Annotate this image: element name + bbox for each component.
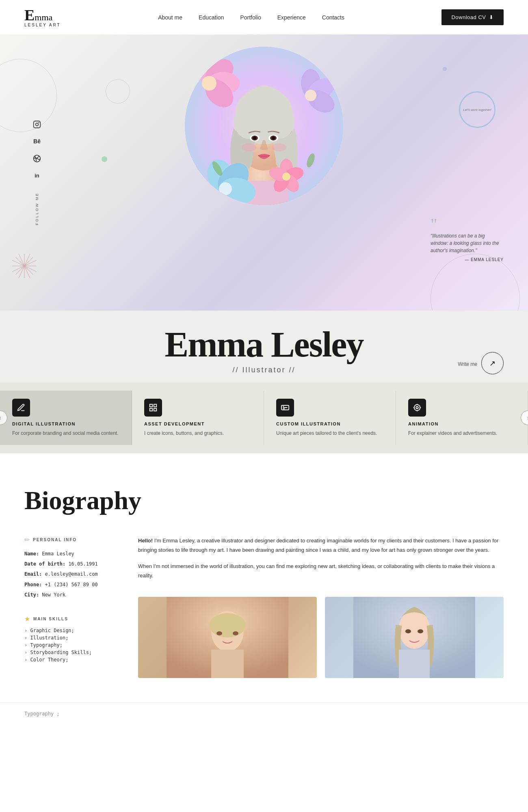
svg-point-15 (253, 136, 256, 140)
info-city: City: New York (24, 591, 114, 599)
service-desc-0: For corporate branding and social media … (12, 430, 119, 437)
info-phone: Phone: +1 (234) 567 89 00 (24, 581, 114, 589)
deco-circle-3 (106, 79, 130, 104)
nav-about[interactable]: About me (158, 14, 182, 21)
info-email: Email: e.lesley@email.com (24, 570, 114, 578)
hero-name: Emma Lesley (24, 327, 504, 363)
pencil-icon: ✏ (24, 536, 30, 544)
service-card-1: ASSET DEVELOPMENT I create icons, button… (132, 391, 264, 445)
download-icon: ⬇ (489, 14, 494, 20)
svg-point-19 (242, 143, 256, 151)
service-icon-2 (276, 399, 294, 417)
bio-paragraph-2: When I'm not immersed in the world of il… (138, 561, 504, 581)
deco-circle-1 (0, 59, 57, 132)
main-skills-section: ★ MAIN SKILLS Graphic Design; Illustrati… (24, 615, 114, 663)
skill-4: Color Theory; (24, 657, 114, 663)
service-title-0: DIGITAL ILLUSTRATION (12, 421, 119, 426)
bio-images-row (138, 597, 504, 678)
svg-rect-50 (154, 404, 156, 407)
skills-header: ★ MAIN SKILLS (24, 615, 114, 623)
follow-me-label: FOLLOW ME (35, 192, 39, 225)
svg-point-66 (418, 629, 423, 633)
hero-title: // Illustrator // (24, 366, 504, 382)
nav-links: About me Education Portfolio Experience … (158, 14, 344, 21)
hero-section: Bē in FOLLOW ME Let's work together! " "… (0, 35, 528, 311)
service-card-2: CUSTOM ILLUSTRATION Unique art pieces ta… (264, 391, 396, 445)
download-cv-button[interactable]: Download CV ⬇ (441, 9, 504, 25)
svg-point-55 (416, 406, 418, 409)
dribbble-icon[interactable] (32, 154, 41, 163)
biography-heading: Biography (24, 486, 504, 516)
logo[interactable]: E mma LESLEY ART (24, 7, 61, 27)
bio-paragraph-1: Hello! I'm Emma Lesley, a creative illus… (138, 536, 504, 555)
svg-point-39 (282, 173, 290, 181)
service-desc-3: For explainer videos and advertisements. (408, 430, 515, 437)
svg-point-61 (233, 631, 238, 635)
svg-rect-49 (150, 404, 152, 407)
starburst-deco (12, 254, 37, 278)
bio-image-2 (325, 597, 504, 678)
svg-point-63 (399, 610, 430, 649)
svg-rect-59 (211, 650, 244, 678)
services-strip: ‹ DIGITAL ILLUSTRATION For corporate bra… (0, 382, 528, 453)
deco-dot-2 (443, 67, 447, 71)
skill-2: Typography; (24, 642, 114, 648)
svg-rect-52 (154, 408, 156, 411)
bio-left-column: ✏ PERSONAL INFO Name: Emma Lesley Date o… (24, 536, 114, 678)
logo-letter: E (24, 7, 35, 23)
service-icon-0 (12, 399, 30, 417)
service-card-3: ANIMATION For explainer videos and adver… (396, 391, 528, 445)
skills-label: MAIN SKILLS (33, 617, 68, 621)
behance-icon[interactable]: Bē (32, 137, 41, 146)
bio-layout: ✏ PERSONAL INFO Name: Emma Lesley Date o… (24, 536, 504, 678)
deco-circle-2 (431, 254, 520, 311)
logo-sub: LESLEY ART (24, 23, 61, 27)
quote-mark: " (431, 216, 504, 232)
svg-point-20 (272, 143, 286, 151)
deco-dot-1 (102, 156, 107, 162)
nav-portfolio[interactable]: Portfolio (240, 14, 261, 21)
svg-point-18 (272, 136, 275, 140)
nav-contacts[interactable]: Contacts (322, 14, 344, 21)
quote-text: "Illustrations can be a big window: a lo… (431, 232, 504, 254)
service-icon-3 (408, 399, 426, 417)
svg-point-54 (414, 405, 420, 411)
quote-author: — EMMA LESLEY (431, 257, 504, 262)
info-name: Name: Emma Lesley (24, 550, 114, 558)
personal-info-label: PERSONAL INFO (33, 538, 77, 542)
write-me-label: Write me (458, 361, 477, 367)
nav-experience[interactable]: Experience (277, 14, 306, 21)
lets-work-text: Let's work together! (463, 108, 491, 112)
svg-rect-64 (399, 650, 430, 678)
nav-education[interactable]: Education (199, 14, 224, 21)
service-icon-1 (144, 399, 162, 417)
service-desc-2: Unique art pieces tailored to the client… (276, 430, 383, 437)
bio-right-column: Hello! I'm Emma Lesley, a creative illus… (138, 536, 504, 678)
bio-image-1 (138, 597, 317, 678)
lets-work-circle[interactable]: Let's work together! (459, 91, 496, 128)
svg-rect-45 (34, 121, 41, 128)
linkedin-icon[interactable]: in (32, 171, 41, 180)
service-title-1: ASSET DEVELOPMENT (144, 421, 251, 426)
info-dob: Date of birth: 16.05.1991 (24, 560, 114, 568)
service-title-2: CUSTOM ILLUSTRATION (276, 421, 383, 426)
service-title-3: ANIMATION (408, 421, 515, 426)
instagram-icon[interactable] (32, 120, 41, 129)
skill-1: Illustration; (24, 635, 114, 641)
biography-section: Biography ✏ PERSONAL INFO Name: Emma Les… (0, 453, 528, 702)
service-desc-1: I create icons, buttons, and graphics. (144, 430, 251, 437)
svg-point-25 (202, 76, 216, 91)
star-icon: ★ (24, 615, 30, 623)
social-sidebar: Bē in FOLLOW ME (32, 120, 41, 225)
service-card-0: DIGITAL ILLUSTRATION For corporate brand… (0, 391, 132, 445)
hero-portrait (179, 47, 349, 282)
svg-point-58 (209, 613, 246, 637)
svg-point-46 (36, 123, 39, 126)
skill-0: Graphic Design; (24, 628, 114, 633)
navigation: E mma LESLEY ART About me Education Port… (0, 0, 528, 35)
svg-rect-51 (150, 408, 152, 411)
svg-point-65 (405, 629, 411, 633)
write-me-button[interactable]: ↗ (481, 352, 504, 374)
svg-point-60 (216, 631, 222, 635)
name-section: Emma Lesley // Illustrator // Write me ↗ (0, 311, 528, 382)
